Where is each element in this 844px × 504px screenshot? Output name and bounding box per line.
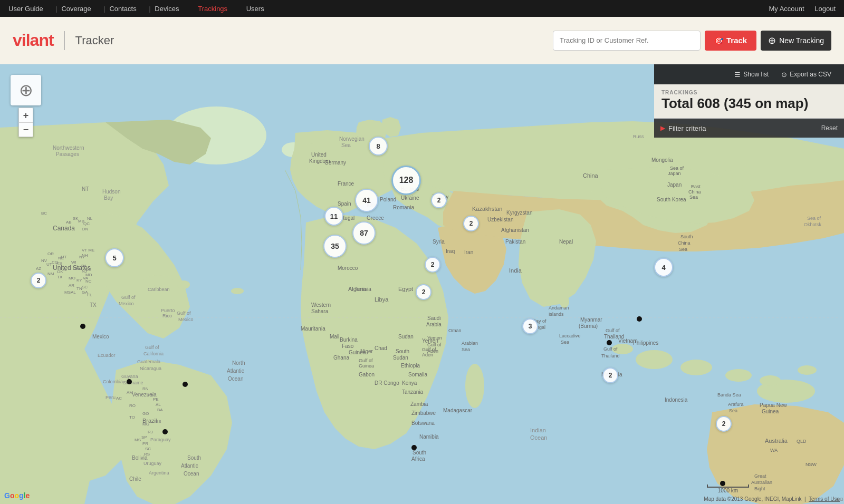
- svg-text:Gulf of: Gulf of: [359, 358, 373, 363]
- cluster-marker-c15[interactable]: 2: [31, 273, 46, 288]
- svg-text:NT: NT: [82, 186, 89, 192]
- svg-text:Ocean: Ocean: [184, 471, 199, 477]
- svg-text:QC: QC: [83, 221, 90, 226]
- cluster-marker-c13[interactable]: 2: [416, 284, 431, 300]
- nav-devices[interactable]: Devices: [155, 5, 179, 13]
- new-tracking-button[interactable]: ⊕ New Tracking: [761, 31, 831, 51]
- cluster-marker-c6[interactable]: 8: [369, 137, 388, 156]
- svg-text:AM: AM: [127, 390, 133, 395]
- svg-text:Nepal: Nepal: [559, 239, 573, 245]
- svg-text:Suriname: Suriname: [123, 380, 143, 385]
- svg-text:Philippines: Philippines: [633, 340, 658, 346]
- svg-text:Northwestern: Northwestern: [53, 145, 84, 151]
- cluster-marker-c2[interactable]: 87: [352, 221, 376, 245]
- nav-users[interactable]: Users: [246, 5, 264, 13]
- cluster-marker-c1[interactable]: 128: [391, 166, 421, 195]
- svg-text:NSW: NSW: [805, 462, 817, 467]
- svg-text:Uruguay: Uruguay: [143, 461, 162, 466]
- cluster-marker-c7[interactable]: 5: [105, 248, 124, 267]
- zoom-out-button[interactable]: −: [18, 122, 33, 137]
- dot-marker-d2[interactable]: [127, 379, 132, 384]
- svg-text:WA: WA: [770, 448, 778, 453]
- logo: vilant Tracker: [13, 31, 114, 50]
- svg-text:Puerto: Puerto: [161, 308, 175, 313]
- svg-point-9: [636, 350, 673, 369]
- svg-text:OK: OK: [57, 269, 63, 274]
- svg-text:Paraguay: Paraguay: [150, 437, 171, 442]
- svg-text:Western: Western: [311, 302, 331, 308]
- filter-bar[interactable]: ▶ Filter criteria Reset: [654, 119, 844, 138]
- svg-text:RS: RS: [144, 452, 150, 457]
- svg-text:Gabon: Gabon: [359, 372, 375, 377]
- nav-left-links: User Guide | Coverage | Contacts | Devic…: [8, 5, 264, 13]
- pan-control[interactable]: [11, 75, 41, 105]
- svg-text:South: South: [187, 455, 201, 461]
- svg-text:Andaman: Andaman: [549, 305, 569, 311]
- cluster-marker-c16[interactable]: 2: [716, 416, 732, 432]
- nav-contacts[interactable]: Contacts: [109, 5, 136, 13]
- nav-coverage[interactable]: Coverage: [61, 5, 91, 13]
- svg-text:Iran: Iran: [464, 249, 473, 255]
- dot-marker-d3[interactable]: [183, 382, 188, 387]
- new-tracking-label: New Tracking: [779, 36, 824, 45]
- svg-text:Sea of: Sea of: [807, 216, 821, 221]
- svg-text:Atlantic: Atlantic: [227, 368, 244, 374]
- nav-my-account[interactable]: My Account: [769, 5, 804, 13]
- svg-text:Iraq: Iraq: [446, 248, 455, 254]
- svg-text:Faso: Faso: [342, 343, 354, 349]
- svg-text:Ocean: Ocean: [228, 376, 243, 382]
- svg-text:GO: GO: [142, 411, 149, 416]
- svg-text:Greece: Greece: [367, 215, 384, 221]
- nav-trackings[interactable]: Trackings: [198, 5, 227, 13]
- dot-marker-d4[interactable]: [162, 429, 168, 434]
- show-list-button[interactable]: ☰ Show list: [728, 67, 775, 82]
- svg-text:RO: RO: [129, 403, 136, 408]
- svg-text:North: North: [232, 360, 245, 366]
- map-container[interactable]: Canada NT United States TX Mexico Venezu…: [0, 64, 844, 504]
- cluster-marker-c3[interactable]: 41: [355, 189, 378, 212]
- cluster-marker-c9[interactable]: 3: [522, 318, 538, 334]
- cluster-marker-c14[interactable]: 2: [602, 367, 618, 383]
- svg-text:Zambia: Zambia: [410, 401, 428, 407]
- svg-point-17: [143, 275, 173, 286]
- svg-text:Rico: Rico: [162, 313, 172, 318]
- cluster-marker-c11[interactable]: 2: [463, 216, 479, 231]
- logo-divider: [64, 31, 65, 50]
- reset-label[interactable]: Reset: [821, 124, 838, 132]
- cluster-marker-c4[interactable]: 35: [323, 235, 347, 258]
- export-csv-label: Export as CSV: [790, 71, 831, 78]
- cluster-marker-c12[interactable]: 2: [425, 257, 440, 273]
- zoom-in-button[interactable]: +: [18, 108, 33, 122]
- dot-marker-d5[interactable]: [637, 316, 642, 322]
- terms-link[interactable]: Terms of Use: [809, 496, 840, 502]
- cluster-marker-c10[interactable]: 2: [431, 192, 447, 208]
- search-input[interactable]: [553, 31, 701, 51]
- cluster-marker-c5[interactable]: 11: [324, 207, 343, 226]
- svg-text:Mongolia: Mongolia: [651, 157, 673, 163]
- dot-marker-d6[interactable]: [607, 340, 612, 345]
- svg-text:ON: ON: [82, 227, 88, 231]
- svg-text:Indian: Indian: [530, 427, 546, 433]
- filter-arrow-icon: ▶: [660, 124, 665, 132]
- svg-text:Banda Sea: Banda Sea: [717, 392, 741, 398]
- svg-text:FL: FL: [87, 293, 92, 297]
- svg-text:Guinea: Guinea: [359, 363, 374, 369]
- nav-user-guide[interactable]: User Guide: [8, 5, 43, 13]
- svg-text:Gulf of: Gulf of: [177, 311, 191, 316]
- svg-text:AC: AC: [116, 396, 122, 401]
- dot-marker-d1[interactable]: [80, 324, 85, 329]
- svg-text:Gulf of: Gulf of: [121, 295, 136, 300]
- svg-text:Laccadive: Laccadive: [559, 333, 581, 338]
- nav-logout[interactable]: Logout: [814, 5, 836, 13]
- scale-bar: 1000 km: [707, 484, 749, 493]
- svg-text:TX: TX: [57, 275, 63, 279]
- svg-text:Hudson: Hudson: [102, 189, 120, 195]
- svg-text:Kazakhstan: Kazakhstan: [472, 206, 502, 212]
- export-csv-button[interactable]: ⊙ Export as CSV: [775, 67, 838, 82]
- svg-text:Great: Great: [754, 473, 766, 479]
- dot-marker-d7[interactable]: [411, 445, 417, 450]
- svg-text:Oman: Oman: [448, 328, 462, 333]
- track-button[interactable]: 🎯 Track: [705, 31, 756, 51]
- svg-point-18: [177, 280, 190, 289]
- cluster-marker-c8[interactable]: 4: [654, 258, 673, 277]
